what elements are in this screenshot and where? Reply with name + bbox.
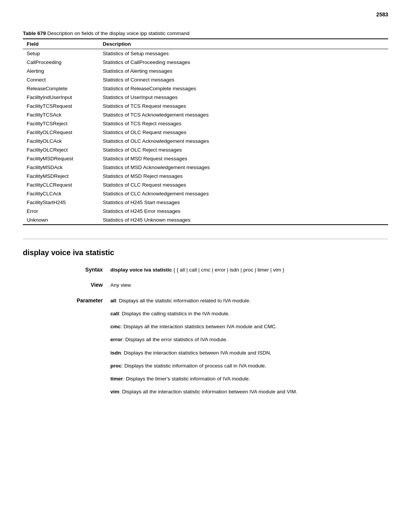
view-text: Any view xyxy=(110,281,131,289)
table-row: FacilityTCSRejectStatistics of TCS Rejec… xyxy=(23,119,388,128)
table-section: Table 679 Description on fields of the d… xyxy=(23,30,388,225)
table-cell-description: Statistics of Setup messages xyxy=(99,49,388,58)
table-cell-description: Statistics of TCS Reject messages xyxy=(99,119,388,128)
table-cell-field: FacilityTCSRequest xyxy=(23,102,99,110)
parameter-label: Parameter xyxy=(68,297,110,304)
table-row: FacilityOLCRequestStatistics of OLC Requ… xyxy=(23,128,388,137)
table-row: FacilityMSDRequestStatistics of MSD Requ… xyxy=(23,154,388,163)
table-row: FacilityMSDAckStatistics of MSD Acknowle… xyxy=(23,163,388,172)
table-cell-description: Statistics of H245 Unknown messages xyxy=(99,216,388,225)
table-row: FacilityOLCAckStatistics of OLC Acknowle… xyxy=(23,137,388,145)
param-entry: cmc: Displays all the interaction statis… xyxy=(110,323,388,331)
command-block: Syntax display voice iva statistic { { a… xyxy=(68,266,388,401)
table-row: ErrorStatistics of H245 Error messages xyxy=(23,207,388,216)
param-entry: call: Displays the calling statistics in… xyxy=(110,310,388,318)
table-header-row: Field Description xyxy=(23,39,388,49)
param-name: error xyxy=(110,337,123,342)
table-row: FacilityStartH245Statistics of H245 Star… xyxy=(23,198,388,207)
table-caption: Table 679 Description on fields of the d… xyxy=(23,30,388,36)
param-description: : Displays all the interaction statistic… xyxy=(121,324,277,329)
table-cell-field: FacilityCLCRequest xyxy=(23,181,99,189)
syntax-text: display voice iva statistic { { all | ca… xyxy=(110,266,284,274)
table-row: FacilityTCSAckStatistics of TCS Acknowle… xyxy=(23,110,388,119)
table-cell-description: Statistics of OLC Reject messages xyxy=(99,145,388,154)
param-name: cmc xyxy=(110,324,121,329)
table-cell-description: Statistics of Connect messages xyxy=(99,75,388,84)
col-description: Description xyxy=(99,39,388,49)
table-cell-description: Statistics of OLC Acknowledgement messag… xyxy=(99,137,388,145)
syntax-params: { all | call | cmc | error | isdn | proc… xyxy=(177,267,284,273)
view-row: View Any view xyxy=(68,281,388,289)
param-description: : Displays all the interaction statistic… xyxy=(119,389,297,395)
table-caption-text: Description on fields of the display voi… xyxy=(46,30,190,36)
table-cell-field: FacilityOLCRequest xyxy=(23,128,99,137)
page-number: 2583 xyxy=(376,11,388,18)
table-cell-field: Unknown xyxy=(23,216,99,225)
param-name: isdn xyxy=(110,350,121,356)
param-description: : Displays the calling statistics in the… xyxy=(119,311,230,316)
table-cell-field: ReleaseComplete xyxy=(23,84,99,93)
table-cell-field: FacilityTCSReject xyxy=(23,119,99,128)
param-name: timer xyxy=(110,376,123,382)
syntax-cmd: display voice iva statistic xyxy=(110,267,172,273)
table-cell-description: Statistics of CallProceeding messages xyxy=(99,58,388,67)
param-name: vim xyxy=(110,389,119,395)
param-description: : Displays the timer's statistic informa… xyxy=(123,376,250,382)
param-entry: vim: Displays all the interaction statis… xyxy=(110,388,388,396)
table-cell-description: Statistics of Alerting messages xyxy=(99,67,388,75)
table-row: FacilityCLCAckStatistics of CLC Acknowle… xyxy=(23,189,388,198)
params-block: Parameter all: Displays all the statisti… xyxy=(68,297,388,401)
table-cell-field: FacilityTCSAck xyxy=(23,110,99,119)
table-cell-field: FacilityMSDAck xyxy=(23,163,99,172)
table-cell-description: Statistics of TCS Acknowledgement messag… xyxy=(99,110,388,119)
table-cell-description: Statistics of H245 Error messages xyxy=(99,207,388,216)
table-row: FacilityOLCRejectStatistics of OLC Rejec… xyxy=(23,145,388,154)
table-cell-description: Statistics of ReleaseComplete messages xyxy=(99,84,388,93)
table-cell-field: CallProceeding xyxy=(23,58,99,67)
param-description: : Displays the statistic information of … xyxy=(121,363,266,369)
view-label: View xyxy=(68,282,110,288)
section-heading: display voice iva statistic xyxy=(23,248,388,257)
table-row: ConnectStatistics of Connect messages xyxy=(23,75,388,84)
table-cell-field: FacilityStartH245 xyxy=(23,198,99,207)
col-field: Field xyxy=(23,39,99,49)
param-entry: error: Displays all the error statistics… xyxy=(110,336,388,343)
table-cell-description: Statistics of MSD Acknowledgement messag… xyxy=(99,163,388,172)
table-row: ReleaseCompleteStatistics of ReleaseComp… xyxy=(23,84,388,93)
param-name: proc xyxy=(110,363,121,369)
table-caption-bold: Table 679 xyxy=(23,30,46,36)
param-name: call xyxy=(110,311,119,316)
param-entry: proc: Displays the statistic information… xyxy=(110,362,388,370)
param-description: : Displays all the error statistics of I… xyxy=(123,337,228,342)
table-row: CallProceedingStatistics of CallProceedi… xyxy=(23,58,388,67)
table-cell-field: Setup xyxy=(23,49,99,58)
table-row: FacilityTCSRequestStatistics of TCS Requ… xyxy=(23,102,388,110)
table-cell-description: Statistics of CLC Request messages xyxy=(99,181,388,189)
table-cell-description: Statistics of CLC Acknowledgement messag… xyxy=(99,189,388,198)
table-cell-field: FacilityOLCReject xyxy=(23,145,99,154)
syntax-label: Syntax xyxy=(68,267,110,273)
params-content: all: Displays all the statistic informat… xyxy=(110,297,388,401)
table-cell-description: Statistics of TCS Request messages xyxy=(99,102,388,110)
section-divider xyxy=(23,239,388,239)
table-row: FacilityMSDRejectStatistics of MSD Rejec… xyxy=(23,172,388,181)
syntax-row: Syntax display voice iva statistic { { a… xyxy=(68,266,388,274)
table-cell-field: FacilityIndUserInput xyxy=(23,93,99,102)
table-row: SetupStatistics of Setup messages xyxy=(23,49,388,58)
table-row: FacilityIndUserInputStatistics of UserIn… xyxy=(23,93,388,102)
table-cell-field: Error xyxy=(23,207,99,216)
table-cell-description: Statistics of OLC Request messages xyxy=(99,128,388,137)
table-cell-field: FacilityMSDReject xyxy=(23,172,99,181)
table-row: UnknownStatistics of H245 Unknown messag… xyxy=(23,216,388,225)
table-cell-field: FacilityMSDRequest xyxy=(23,154,99,163)
syntax-brace-open: { xyxy=(174,267,177,273)
table-cell-description: Statistics of MSD Request messages xyxy=(99,154,388,163)
param-entry: all: Displays all the statistic informat… xyxy=(110,297,388,305)
table-cell-description: Statistics of H245 Start messages xyxy=(99,198,388,207)
table-row: AlertingStatistics of Alerting messages xyxy=(23,67,388,75)
param-entry: timer: Displays the timer's statistic in… xyxy=(110,375,388,383)
table-cell-field: FacilityCLCAck xyxy=(23,189,99,198)
table-cell-field: Alerting xyxy=(23,67,99,75)
param-description: : Displays the interaction statistics be… xyxy=(121,350,271,356)
table-cell-field: FacilityOLCAck xyxy=(23,137,99,145)
